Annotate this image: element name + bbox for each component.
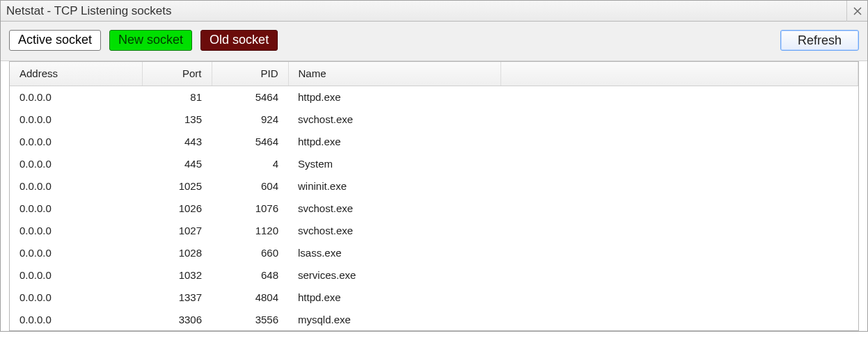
cell-pid: 5464 xyxy=(212,130,288,152)
cell-port: 1028 xyxy=(142,241,212,264)
netstat-window: Netstat - TCP Listening sockets Active s… xyxy=(0,0,868,332)
cell-port: 1026 xyxy=(142,197,212,219)
cell-address: 0.0.0.0 xyxy=(10,130,142,152)
cell-pid: 5464 xyxy=(212,86,288,108)
cell-name: lsass.exe xyxy=(288,241,500,264)
cell-address: 0.0.0.0 xyxy=(10,197,142,219)
socket-table-container: Address Port PID Name 0.0.0.0815464httpd… xyxy=(9,61,859,331)
cell-address: 0.0.0.0 xyxy=(10,219,142,241)
cell-address: 0.0.0.0 xyxy=(10,264,142,286)
cell-name: services.exe xyxy=(288,264,500,286)
column-header-pid[interactable]: PID xyxy=(212,62,288,86)
cell-pid: 660 xyxy=(212,241,288,264)
cell-address: 0.0.0.0 xyxy=(10,108,142,130)
legend-old-socket: Old socket xyxy=(200,30,278,51)
cell-address: 0.0.0.0 xyxy=(10,286,142,308)
cell-pid: 1120 xyxy=(212,219,288,241)
cell-port: 81 xyxy=(142,86,212,108)
cell-address: 0.0.0.0 xyxy=(10,86,142,108)
cell-port: 1032 xyxy=(142,264,212,286)
cell-name: httpd.exe xyxy=(288,286,500,308)
column-header-address[interactable]: Address xyxy=(10,62,142,86)
cell-name: mysqld.exe xyxy=(288,308,500,330)
table-row[interactable]: 0.0.0.0815464httpd.exe xyxy=(10,86,858,108)
cell-extra xyxy=(500,241,858,264)
cell-pid: 924 xyxy=(212,108,288,130)
cell-name: httpd.exe xyxy=(288,86,500,108)
cell-pid: 648 xyxy=(212,264,288,286)
table-row[interactable]: 0.0.0.010261076svchost.exe xyxy=(10,197,858,219)
table-row[interactable]: 0.0.0.033063556mysqld.exe xyxy=(10,308,858,330)
cell-name: svchost.exe xyxy=(288,197,500,219)
cell-port: 1337 xyxy=(142,286,212,308)
cell-port: 1027 xyxy=(142,219,212,241)
cell-extra xyxy=(500,86,858,108)
cell-pid: 4804 xyxy=(212,286,288,308)
cell-extra xyxy=(500,197,858,219)
cell-pid: 3556 xyxy=(212,308,288,330)
cell-extra xyxy=(500,219,858,241)
cell-pid: 604 xyxy=(212,175,288,197)
cell-address: 0.0.0.0 xyxy=(10,241,142,264)
cell-name: System xyxy=(288,152,500,175)
cell-pid: 1076 xyxy=(212,197,288,219)
cell-pid: 4 xyxy=(212,152,288,175)
legend-active-socket: Active socket xyxy=(9,30,101,51)
column-header-name[interactable]: Name xyxy=(288,62,500,86)
socket-table: Address Port PID Name 0.0.0.0815464httpd… xyxy=(10,62,858,330)
table-row[interactable]: 0.0.0.01032648services.exe xyxy=(10,264,858,286)
cell-name: wininit.exe xyxy=(288,175,500,197)
cell-port: 1025 xyxy=(142,175,212,197)
cell-name: svchost.exe xyxy=(288,108,500,130)
table-row[interactable]: 0.0.0.01028660lsass.exe xyxy=(10,241,858,264)
column-header-extra[interactable] xyxy=(500,62,858,86)
table-header-row: Address Port PID Name xyxy=(10,62,858,86)
cell-address: 0.0.0.0 xyxy=(10,175,142,197)
table-row[interactable]: 0.0.0.0135924svchost.exe xyxy=(10,108,858,130)
cell-address: 0.0.0.0 xyxy=(10,308,142,330)
refresh-button[interactable]: Refresh xyxy=(780,30,859,51)
titlebar[interactable]: Netstat - TCP Listening sockets xyxy=(1,1,867,22)
cell-address: 0.0.0.0 xyxy=(10,152,142,175)
close-icon[interactable] xyxy=(846,1,867,22)
column-header-port[interactable]: Port xyxy=(142,62,212,86)
table-row[interactable]: 0.0.0.010271120svchost.exe xyxy=(10,219,858,241)
cell-extra xyxy=(500,108,858,130)
cell-extra xyxy=(500,152,858,175)
cell-port: 3306 xyxy=(142,308,212,330)
toolbar: Active socket New socket Old socket Refr… xyxy=(1,22,867,61)
cell-extra xyxy=(500,286,858,308)
table-row[interactable]: 0.0.0.013374804httpd.exe xyxy=(10,286,858,308)
table-row[interactable]: 0.0.0.04454System xyxy=(10,152,858,175)
cell-name: httpd.exe xyxy=(288,130,500,152)
table-row[interactable]: 0.0.0.04435464httpd.exe xyxy=(10,130,858,152)
cell-extra xyxy=(500,264,858,286)
table-row[interactable]: 0.0.0.01025604wininit.exe xyxy=(10,175,858,197)
legend-new-socket: New socket xyxy=(109,30,192,51)
window-title: Netstat - TCP Listening sockets xyxy=(6,4,171,18)
cell-port: 445 xyxy=(142,152,212,175)
cell-extra xyxy=(500,130,858,152)
cell-extra xyxy=(500,308,858,330)
cell-name: svchost.exe xyxy=(288,219,500,241)
cell-port: 443 xyxy=(142,130,212,152)
cell-port: 135 xyxy=(142,108,212,130)
cell-extra xyxy=(500,175,858,197)
